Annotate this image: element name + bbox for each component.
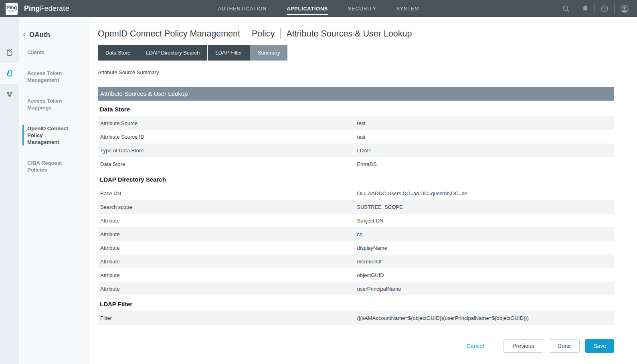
tab-ldap-filter[interactable]: LDAP Filter	[208, 45, 249, 61]
logo-text: Ping	[6, 5, 17, 10]
section-heading-ldap-directory-search: LDAP Directory Search	[100, 176, 614, 183]
sidebar-section-title: OAuth	[29, 31, 50, 39]
row-value: test	[357, 120, 366, 126]
summary-caption: Attribute Source Summary	[98, 69, 614, 75]
sidebar-item-ciba-request-policies[interactable]: CIBA Request Policies	[22, 160, 73, 173]
table-row: Attribute cn	[98, 227, 614, 241]
account-icon[interactable]	[620, 4, 629, 14]
row-value: SUBTREE_SCOPE	[357, 204, 403, 210]
ping-identity-logo[interactable]: Ping Identity.	[6, 3, 18, 15]
action-bar: Cancel Previous Done Save	[98, 339, 614, 353]
panel-header: Attribute Sources & User Lookup	[98, 87, 614, 101]
table-row: Search scope SUBTREE_SCOPE	[98, 200, 614, 214]
row-value: EntraDS	[357, 161, 377, 167]
row-label: Attribute	[98, 272, 357, 278]
sidebar-item-openid-connect-policy-management[interactable]: OpenID Connect Policy Management	[22, 125, 73, 146]
section-heading-data-store: Data Store	[100, 106, 614, 113]
row-label: Type of Data Store	[98, 148, 357, 154]
row-label: Attribute	[98, 259, 357, 265]
table-row: Attribute displayName	[98, 241, 614, 255]
row-label: Attribute	[98, 245, 357, 251]
row-label: Attribute	[98, 218, 357, 224]
row-label: Base DN	[98, 190, 357, 196]
table-row: Base DN OU=AADDC Users,DC=ad,DC=questdb,…	[98, 186, 614, 200]
table-row: Data Store EntraDS	[98, 157, 614, 171]
breadcrumb-policy-management: OpenID Connect Policy Management	[98, 29, 240, 38]
row-value: OU=AADDC Users,DC=ad,DC=questdb,DC=de	[357, 190, 467, 196]
table-row: Filter (|(sAMAccountName=${objectGUID})(…	[98, 311, 614, 325]
page-title: OpenID Connect Policy ManagementPolicyAt…	[98, 29, 614, 40]
primary-nav: AUTHENTICATION APPLICATIONS SECURITY SYS…	[208, 0, 429, 17]
row-value: Subject DN	[357, 218, 384, 224]
row-label: Attribute	[98, 231, 357, 237]
row-label: Search scope	[98, 204, 357, 210]
tab-summary[interactable]: Summary	[250, 45, 288, 61]
product-title: PingFederate	[24, 4, 69, 13]
row-value: test	[357, 134, 366, 140]
row-label: Attribute Source ID	[98, 134, 357, 140]
sidebar-icon-rail	[0, 17, 19, 364]
divider	[595, 3, 595, 14]
table-row: Attribute Source ID test	[98, 130, 614, 144]
sidebar: ‹ OAuth Clients Access Token Management …	[19, 17, 89, 364]
rail-oauth-token-icon[interactable]	[0, 63, 19, 84]
table-row: Attribute memberOf	[98, 255, 614, 268]
breadcrumb-attribute-sources: Attribute Sources & User Lookup	[286, 29, 412, 38]
nav-applications[interactable]: APPLICATIONS	[287, 3, 328, 15]
row-label: Attribute Source	[98, 120, 357, 126]
sidebar-item-access-token-management[interactable]: Access Token Management	[22, 70, 73, 83]
breadcrumb-policy: Policy	[252, 29, 275, 38]
logo-subtext: Identity.	[8, 10, 14, 12]
svg-text:?: ?	[603, 6, 606, 11]
sidebar-item-clients[interactable]: Clients	[22, 49, 73, 56]
back-chevron-icon: ‹	[23, 30, 26, 38]
divider	[576, 3, 576, 14]
sidebar-item-access-token-mappings[interactable]: Access Token Mappings	[22, 97, 73, 111]
nav-authentication[interactable]: AUTHENTICATION	[218, 3, 267, 15]
section-heading-ldap-filter: LDAP Filter	[100, 301, 614, 307]
tab-ldap-directory-search[interactable]: LDAP Directory Search	[138, 45, 207, 61]
row-value: userPrincipalName	[357, 286, 401, 292]
row-value: (|(sAMAccountName=${objectGUID})(userPri…	[357, 315, 529, 321]
save-button[interactable]: Save	[585, 339, 614, 353]
table-row: Attribute Source test	[98, 116, 614, 130]
sidebar-menu: Clients Access Token Management Access T…	[19, 49, 89, 173]
main-content: OpenID Connect Policy ManagementPolicyAt…	[89, 17, 637, 364]
cancel-link[interactable]: Cancel	[467, 343, 484, 349]
row-label: Data Store	[98, 161, 357, 167]
search-icon[interactable]	[562, 4, 570, 13]
previous-button[interactable]: Previous	[504, 339, 543, 353]
rail-tasks-check-icon[interactable]	[0, 42, 19, 63]
topbar-utilities: ?	[556, 3, 635, 14]
breadcrumb-divider	[246, 28, 246, 39]
table-row: Type of Data Store LDAP	[98, 144, 614, 157]
nav-security[interactable]: SECURITY	[348, 3, 376, 15]
row-value: LDAP	[357, 148, 371, 154]
row-label: Filter	[98, 315, 357, 321]
brand: Ping Identity. PingFederate	[6, 3, 69, 15]
table-row: Attribute userPrincipalName	[98, 282, 614, 295]
help-icon[interactable]: ?	[600, 4, 609, 13]
top-navigation-bar: Ping Identity. PingFederate AUTHENTICATI…	[0, 0, 637, 17]
oauth-back-link[interactable]: ‹ OAuth	[23, 30, 89, 39]
notifications-bell-icon[interactable]	[581, 4, 589, 13]
nav-system[interactable]: SYSTEM	[396, 3, 419, 15]
tab-data-store[interactable]: Data Store	[98, 45, 138, 61]
table-row: Attribute Subject DN	[98, 214, 614, 227]
divider	[614, 3, 615, 14]
rail-federation-paw-icon[interactable]	[0, 84, 19, 105]
table-row: Attribute objectGUID	[98, 268, 614, 282]
row-label: Attribute	[98, 286, 357, 292]
row-value: memberOf	[357, 259, 382, 265]
done-button[interactable]: Done	[549, 339, 580, 353]
row-value: displayName	[357, 245, 387, 251]
wizard-tabs: Data Store LDAP Directory Search LDAP Fi…	[98, 45, 614, 61]
breadcrumb-divider	[280, 28, 281, 39]
row-value: cn	[357, 231, 363, 237]
row-value: objectGUID	[357, 272, 384, 278]
